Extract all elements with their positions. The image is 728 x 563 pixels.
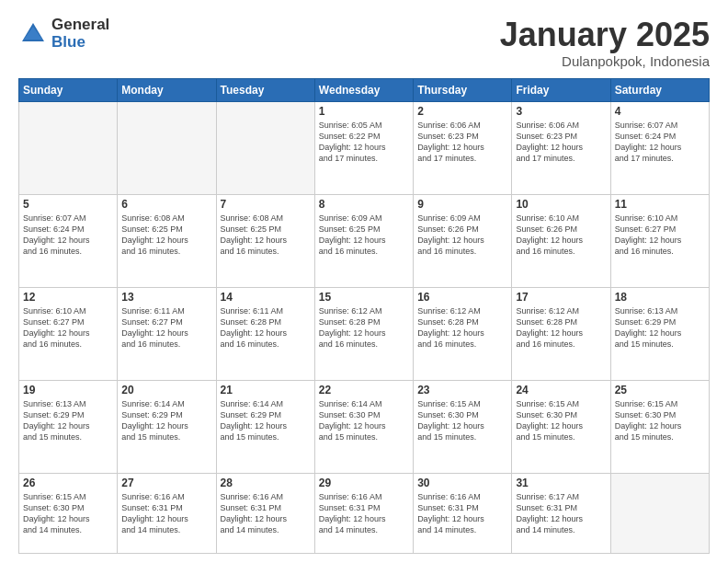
calendar-page: General Blue January 2025 Dulanpokpok, I… [0,0,728,563]
day-number: 30 [417,477,507,489]
day-info: Sunrise: 6:11 AM Sunset: 6:27 PM Dayligh… [121,305,211,350]
table-row: 16Sunrise: 6:12 AM Sunset: 6:28 PM Dayli… [414,287,512,380]
table-row: 31Sunrise: 6:17 AM Sunset: 6:31 PM Dayli… [512,473,610,553]
day-info: Sunrise: 6:10 AM Sunset: 6:26 PM Dayligh… [516,213,606,258]
header-wednesday: Wednesday [314,78,413,101]
calendar-week-row: 19Sunrise: 6:13 AM Sunset: 6:29 PM Dayli… [19,380,710,473]
table-row: 12Sunrise: 6:10 AM Sunset: 6:27 PM Dayli… [19,287,118,380]
day-info: Sunrise: 6:15 AM Sunset: 6:30 PM Dayligh… [23,491,113,536]
table-row: 13Sunrise: 6:11 AM Sunset: 6:27 PM Dayli… [118,287,216,380]
header-friday: Friday [512,78,610,101]
day-number: 12 [23,291,113,304]
table-row: 7Sunrise: 6:08 AM Sunset: 6:25 PM Daylig… [216,194,314,287]
header-monday: Monday [118,78,216,101]
table-row: 10Sunrise: 6:10 AM Sunset: 6:26 PM Dayli… [512,194,610,287]
day-info: Sunrise: 6:10 AM Sunset: 6:27 PM Dayligh… [23,305,113,350]
day-info: Sunrise: 6:12 AM Sunset: 6:28 PM Dayligh… [319,305,409,350]
table-row: 23Sunrise: 6:15 AM Sunset: 6:30 PM Dayli… [414,380,512,473]
table-row: 21Sunrise: 6:14 AM Sunset: 6:29 PM Dayli… [216,380,314,473]
header-saturday: Saturday [610,78,709,101]
day-info: Sunrise: 6:16 AM Sunset: 6:31 PM Dayligh… [221,491,311,536]
calendar-week-row: 12Sunrise: 6:10 AM Sunset: 6:27 PM Dayli… [19,287,710,380]
header-sunday: Sunday [19,78,118,101]
table-row: 29Sunrise: 6:16 AM Sunset: 6:31 PM Dayli… [314,473,413,553]
table-row: 2Sunrise: 6:06 AM Sunset: 6:23 PM Daylig… [414,101,512,194]
day-info: Sunrise: 6:09 AM Sunset: 6:26 PM Dayligh… [417,213,507,258]
day-number: 3 [516,105,606,118]
logo-general-text: General [51,17,109,34]
day-number: 13 [121,291,211,304]
table-row [118,101,216,194]
table-row: 17Sunrise: 6:12 AM Sunset: 6:28 PM Dayli… [512,287,610,380]
day-number: 5 [23,198,113,211]
day-info: Sunrise: 6:15 AM Sunset: 6:30 PM Dayligh… [615,398,705,443]
day-number: 24 [516,384,606,396]
day-info: Sunrise: 6:12 AM Sunset: 6:28 PM Dayligh… [516,305,606,350]
header-thursday: Thursday [414,78,512,101]
calendar-title: January 2025 [500,17,710,53]
logo-text: General Blue [51,17,109,51]
day-number: 4 [615,105,705,118]
table-row: 27Sunrise: 6:16 AM Sunset: 6:31 PM Dayli… [118,473,216,553]
table-row [610,473,709,553]
day-info: Sunrise: 6:06 AM Sunset: 6:23 PM Dayligh… [516,120,606,165]
table-row: 22Sunrise: 6:14 AM Sunset: 6:30 PM Dayli… [314,380,413,473]
day-number: 27 [121,477,211,489]
day-info: Sunrise: 6:11 AM Sunset: 6:28 PM Dayligh… [221,305,311,350]
table-row: 15Sunrise: 6:12 AM Sunset: 6:28 PM Dayli… [314,287,413,380]
day-number: 23 [417,384,507,396]
day-info: Sunrise: 6:05 AM Sunset: 6:22 PM Dayligh… [319,120,409,165]
day-number: 11 [615,198,705,211]
table-row: 18Sunrise: 6:13 AM Sunset: 6:29 PM Dayli… [610,287,709,380]
day-info: Sunrise: 6:14 AM Sunset: 6:29 PM Dayligh… [221,398,311,443]
day-number: 9 [417,198,507,211]
table-row: 3Sunrise: 6:06 AM Sunset: 6:23 PM Daylig… [512,101,610,194]
logo-icon [18,19,48,49]
day-info: Sunrise: 6:17 AM Sunset: 6:31 PM Dayligh… [516,491,606,536]
day-number: 8 [319,198,409,211]
day-info: Sunrise: 6:16 AM Sunset: 6:31 PM Dayligh… [417,491,507,536]
day-info: Sunrise: 6:12 AM Sunset: 6:28 PM Dayligh… [417,305,507,350]
day-number: 15 [319,291,409,304]
table-row: 8Sunrise: 6:09 AM Sunset: 6:25 PM Daylig… [314,194,413,287]
day-number: 6 [121,198,211,211]
calendar-table: Sunday Monday Tuesday Wednesday Thursday… [18,78,710,554]
day-number: 18 [615,291,705,304]
day-info: Sunrise: 6:14 AM Sunset: 6:29 PM Dayligh… [121,398,211,443]
day-info: Sunrise: 6:16 AM Sunset: 6:31 PM Dayligh… [319,491,409,536]
table-row: 6Sunrise: 6:08 AM Sunset: 6:25 PM Daylig… [118,194,216,287]
table-row: 9Sunrise: 6:09 AM Sunset: 6:26 PM Daylig… [414,194,512,287]
table-row: 11Sunrise: 6:10 AM Sunset: 6:27 PM Dayli… [610,194,709,287]
day-number: 22 [319,384,409,396]
calendar-week-row: 5Sunrise: 6:07 AM Sunset: 6:24 PM Daylig… [19,194,710,287]
day-number: 25 [615,384,705,396]
logo-blue-text: Blue [51,34,109,52]
day-info: Sunrise: 6:15 AM Sunset: 6:30 PM Dayligh… [516,398,606,443]
day-info: Sunrise: 6:07 AM Sunset: 6:24 PM Dayligh… [615,120,705,165]
day-number: 10 [516,198,606,211]
day-info: Sunrise: 6:16 AM Sunset: 6:31 PM Dayligh… [121,491,211,536]
day-number: 21 [221,384,311,396]
day-info: Sunrise: 6:08 AM Sunset: 6:25 PM Dayligh… [121,213,211,258]
table-row [19,101,118,194]
header-tuesday: Tuesday [216,78,314,101]
day-number: 31 [516,477,606,489]
table-row: 1Sunrise: 6:05 AM Sunset: 6:22 PM Daylig… [314,101,413,194]
day-info: Sunrise: 6:14 AM Sunset: 6:30 PM Dayligh… [319,398,409,443]
table-row: 28Sunrise: 6:16 AM Sunset: 6:31 PM Dayli… [216,473,314,553]
day-info: Sunrise: 6:13 AM Sunset: 6:29 PM Dayligh… [23,398,113,443]
day-info: Sunrise: 6:13 AM Sunset: 6:29 PM Dayligh… [615,305,705,350]
table-row: 25Sunrise: 6:15 AM Sunset: 6:30 PM Dayli… [610,380,709,473]
table-row: 20Sunrise: 6:14 AM Sunset: 6:29 PM Dayli… [118,380,216,473]
calendar-week-row: 26Sunrise: 6:15 AM Sunset: 6:30 PM Dayli… [19,473,710,553]
table-row [216,101,314,194]
table-row: 4Sunrise: 6:07 AM Sunset: 6:24 PM Daylig… [610,101,709,194]
calendar-week-row: 1Sunrise: 6:05 AM Sunset: 6:22 PM Daylig… [19,101,710,194]
day-info: Sunrise: 6:06 AM Sunset: 6:23 PM Dayligh… [417,120,507,165]
table-row: 5Sunrise: 6:07 AM Sunset: 6:24 PM Daylig… [19,194,118,287]
day-info: Sunrise: 6:10 AM Sunset: 6:27 PM Dayligh… [615,213,705,258]
table-row: 30Sunrise: 6:16 AM Sunset: 6:31 PM Dayli… [414,473,512,553]
day-number: 1 [319,105,409,118]
day-number: 17 [516,291,606,304]
svg-marker-1 [24,27,42,40]
